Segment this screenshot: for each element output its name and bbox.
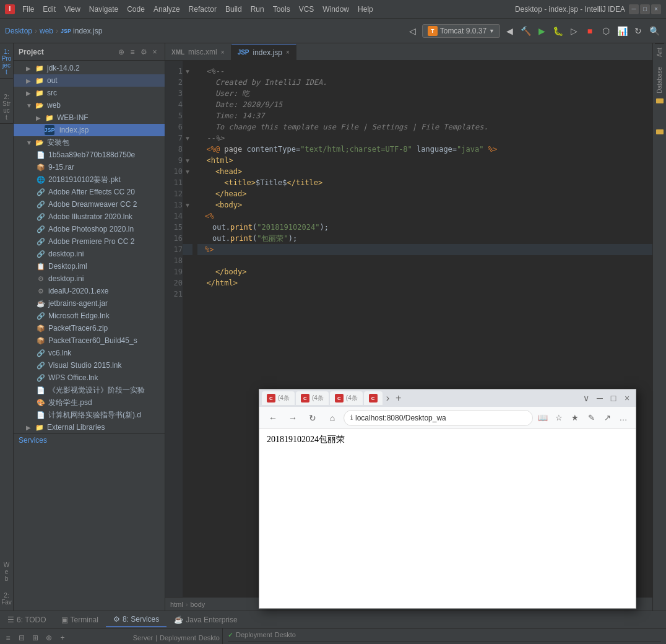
tree-item-edge[interactable]: 🔗 Microsoft Edge.lnk: [14, 310, 165, 322]
browser-restore-btn[interactable]: □: [607, 392, 620, 404]
navigate-back-icon[interactable]: ◁: [406, 24, 420, 38]
tree-item-cisco[interactable]: 🔗 desktop.ini: [14, 248, 165, 260]
browser-share-btn[interactable]: ↗: [600, 411, 615, 425]
update-icon[interactable]: ↻: [631, 24, 645, 38]
tab-terminal[interactable]: ▣ Terminal: [54, 613, 106, 627]
browser-reader-btn[interactable]: 📖: [535, 411, 550, 425]
database-panel-toggle[interactable]: Database: [655, 63, 664, 97]
tab-todo[interactable]: ☰ 6: TODO: [0, 613, 54, 627]
tab-index-jsp[interactable]: JSP index.jsp ×: [231, 44, 296, 60]
run-icon[interactable]: ▶: [535, 24, 548, 38]
fold-btn-13[interactable]: ▼: [183, 199, 192, 211]
tab-services[interactable]: ⚙ 8: Services: [106, 612, 166, 627]
browser-add-tab-btn[interactable]: +: [393, 393, 404, 404]
services-add-btn[interactable]: +: [57, 632, 68, 643]
run-other-icon[interactable]: ▷: [567, 24, 581, 38]
breadcrumb-body[interactable]: body: [190, 601, 205, 608]
tree-item-psd[interactable]: 🎨 发给学生.psd: [14, 396, 165, 409]
tree-item-anzhuangbao[interactable]: ▼ 📂 安装包: [14, 136, 165, 149]
tree-item-pt6[interactable]: 📦 PacketTracer6.zip: [14, 322, 165, 334]
structure-toggle[interactable]: 2:Struct: [0, 91, 13, 124]
tree-item-file1[interactable]: 📄 1b5aa89eb770b188d750e: [14, 149, 165, 161]
menu-analyze[interactable]: Analyze: [150, 4, 184, 15]
stop-icon[interactable]: ■: [583, 24, 597, 38]
tree-item-jdk[interactable]: ▶ 📁 jdk-14.0.2: [14, 62, 165, 74]
tree-item-desktop-ini[interactable]: ⚙ desktop.ini: [14, 272, 165, 285]
desktop-right-label[interactable]: Deskto: [275, 631, 296, 639]
menu-edit[interactable]: Edit: [39, 4, 59, 15]
tomcat-badge[interactable]: T Tomcat 9.0.37 ▼: [422, 24, 500, 38]
fold-btn-9[interactable]: ▼: [183, 155, 192, 166]
tree-item-webinf[interactable]: ▶ 📁 WEB-INF: [14, 111, 165, 124]
tab-misc-xml[interactable]: XML misc.xml ×: [165, 44, 231, 60]
menu-tools[interactable]: Tools: [269, 4, 294, 15]
browser-home-btn[interactable]: ⌂: [324, 409, 341, 427]
fold-btn-1[interactable]: ▼: [183, 66, 192, 77]
fold-btn-10[interactable]: ▼: [183, 166, 192, 177]
browser-minimize-btn[interactable]: ─: [594, 392, 606, 404]
browser-refresh-btn[interactable]: ↻: [304, 409, 321, 427]
project-scope-btn[interactable]: ⊕: [116, 47, 126, 57]
browser-bookmark-btn[interactable]: ☆: [551, 411, 566, 425]
services-group-btn[interactable]: ⊞: [30, 632, 41, 643]
browser-address-bar[interactable]: ℹ localhost:8080/Desktop_wa: [344, 410, 533, 426]
tree-item-ai[interactable]: 🔗 Adobe Illustrator 2020.lnk: [14, 211, 165, 223]
browser-tab-4[interactable]: C: [364, 391, 383, 405]
services-link[interactable]: Services: [14, 433, 165, 446]
breadcrumb-html[interactable]: html: [170, 601, 183, 608]
tree-item-external[interactable]: ▶ 📁 External Libraries: [14, 421, 165, 433]
browser-favorites-btn[interactable]: ★: [568, 411, 582, 425]
project-close-btn[interactable]: ×: [150, 47, 160, 57]
browser-back-btn[interactable]: ←: [264, 409, 282, 427]
menu-window[interactable]: Window: [319, 4, 353, 15]
tree-item-src[interactable]: ▶ 📁 src: [14, 87, 165, 99]
project-settings-btn[interactable]: ⚙: [139, 47, 149, 57]
project-collapse-btn[interactable]: ≡: [128, 47, 137, 57]
menu-refactor[interactable]: Refactor: [185, 4, 220, 15]
menu-help[interactable]: Help: [354, 4, 377, 15]
tree-item-agent[interactable]: ☕ jetbrains-agent.jar: [14, 297, 165, 310]
browser-forward-btn[interactable]: →: [284, 409, 301, 427]
project-toggle[interactable]: 1:Project: [0, 46, 13, 79]
tree-item-web[interactable]: ▼ 📂 web: [14, 99, 165, 111]
search-everywhere-icon[interactable]: 🔍: [647, 24, 661, 38]
ant-panel-toggle[interactable]: Ant: [655, 43, 664, 61]
minimize-button[interactable]: ─: [629, 4, 639, 14]
tree-item-vc6[interactable]: 🔗 vc6.lnk: [14, 347, 165, 359]
services-filter-btn[interactable]: ⊕: [43, 632, 54, 643]
fold-btn-7[interactable]: ▼: [183, 133, 192, 144]
menu-code[interactable]: Code: [123, 4, 149, 15]
desktop-tab[interactable]: Deskto: [199, 634, 220, 642]
tree-item-dw[interactable]: 🔗 Adobe Dreamweaver CC 2: [14, 198, 165, 211]
browser-new-tab-btn[interactable]: ›: [384, 393, 392, 404]
run-back-icon[interactable]: ◀: [503, 24, 516, 38]
browser-tab-1[interactable]: C (4条: [262, 391, 295, 405]
tree-item-network[interactable]: 📄 计算机网络实验指导书(新).d: [14, 409, 165, 421]
tree-item-wps[interactable]: 🔗 WPS Office.lnk: [14, 372, 165, 384]
tab-index-close[interactable]: ×: [286, 49, 290, 56]
menu-file[interactable]: File: [19, 4, 38, 15]
profiler-icon[interactable]: 📊: [615, 24, 629, 38]
close-button[interactable]: ×: [651, 4, 661, 14]
breadcrumb-desktop[interactable]: Desktop: [5, 27, 32, 35]
maximize-button[interactable]: □: [640, 4, 650, 14]
tree-item-pr[interactable]: 🔗 Adobe Premiere Pro CC 2: [14, 235, 165, 248]
menu-vcs[interactable]: VCS: [295, 4, 318, 15]
tree-item-idea[interactable]: ⚙ idealU-2020.1.exe: [14, 285, 165, 297]
tree-item-desktop-iml[interactable]: 📋 Desktop.iml: [14, 260, 165, 272]
tree-item-out[interactable]: ▶ 📁 out: [14, 74, 165, 87]
tree-item-pkt[interactable]: 🌐 20181910102姜岩.pkt: [14, 173, 165, 186]
debug-icon[interactable]: 🐛: [551, 24, 564, 38]
menu-view[interactable]: View: [61, 4, 84, 15]
tree-item-ae[interactable]: 🔗 Adobe After Effects CC 20: [14, 186, 165, 198]
menu-run[interactable]: Run: [247, 4, 268, 15]
browser-notes-btn[interactable]: ✎: [584, 411, 599, 425]
menu-build[interactable]: Build: [222, 4, 246, 15]
browser-settings-btn[interactable]: …: [616, 411, 631, 425]
deployment-tab[interactable]: Deployment: [160, 634, 196, 642]
tree-item-ps[interactable]: 🔗 Adobe Photoshop 2020.ln: [14, 223, 165, 235]
favorites-toggle[interactable]: 2:Fav: [0, 590, 13, 608]
build-icon[interactable]: 🔨: [519, 24, 532, 38]
tab-misc-close[interactable]: ×: [221, 49, 225, 56]
web-toggle[interactable]: Web: [0, 559, 13, 585]
